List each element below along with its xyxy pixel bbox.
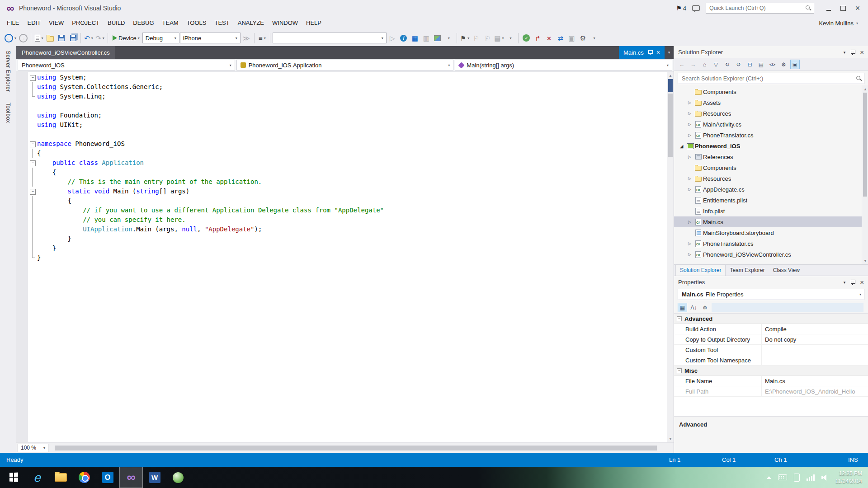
- tree-item-info-plist[interactable]: Info.plist: [674, 206, 862, 216]
- tree-item-phonetranslator-cs[interactable]: PhoneTranslator.cs: [674, 130, 862, 141]
- tree-item-main-cs[interactable]: Main.cs: [674, 216, 862, 227]
- tree-item-phoneword-iosviewcontroller-cs[interactable]: Phoneword_iOSViewController.cs: [674, 249, 862, 260]
- menu-help[interactable]: HELP: [302, 16, 326, 30]
- tree-item-entitlements-plist[interactable]: Entitlements.plist: [674, 195, 862, 206]
- collapse-section-icon[interactable]: [677, 368, 682, 373]
- property-value[interactable]: [762, 355, 868, 365]
- menu-team[interactable]: TEAM: [158, 16, 183, 30]
- tree-scrollbar[interactable]: [862, 85, 868, 264]
- tree-item-components[interactable]: Components: [674, 162, 862, 173]
- notifications-flag-icon[interactable]: 4: [676, 5, 686, 12]
- tray-volume-icon[interactable]: [821, 474, 829, 481]
- fold-toggle-icon[interactable]: [28, 158, 37, 168]
- filter-icon[interactable]: [711, 60, 721, 69]
- project-dropdown[interactable]: Phoneword_iOS: [18, 60, 235, 70]
- tray-network-icon[interactable]: [807, 474, 815, 481]
- quick-launch-input[interactable]: [709, 5, 805, 11]
- window-position-icon[interactable]: [844, 280, 846, 285]
- menu-build[interactable]: BUILD: [104, 16, 129, 30]
- taskbar-app-internet-explorer[interactable]: [25, 467, 49, 488]
- close-icon[interactable]: [860, 279, 864, 286]
- property-value[interactable]: Main.cs: [762, 376, 868, 386]
- close-tab-icon[interactable]: [656, 49, 660, 56]
- menu-edit[interactable]: EDIT: [23, 16, 45, 30]
- tree-item-assets[interactable]: Assets: [674, 97, 862, 108]
- navigate-forward-button[interactable]: [18, 32, 28, 44]
- tree-item-mainactivity-cs[interactable]: MainActivity.cs: [674, 119, 862, 130]
- target-device-combo[interactable]: iPhone: [180, 33, 241, 43]
- property-value[interactable]: Compile: [762, 324, 868, 334]
- save-button[interactable]: [56, 32, 67, 44]
- property-section-advanced[interactable]: Advanced: [674, 314, 868, 324]
- menu-file[interactable]: FILE: [3, 16, 23, 30]
- close-icon[interactable]: [860, 49, 864, 56]
- tree-item-components[interactable]: Components: [674, 86, 862, 97]
- scrollbar-thumb[interactable]: [55, 446, 657, 450]
- side-tab-toolbox[interactable]: Toolbox: [5, 101, 11, 125]
- expander-collapsed-icon[interactable]: [686, 122, 693, 127]
- dropdown-button[interactable]: [443, 32, 454, 44]
- settings-button[interactable]: [577, 32, 588, 44]
- grid-button[interactable]: [410, 32, 420, 44]
- scrollbar-thumb[interactable]: [668, 94, 673, 157]
- expander-collapsed-icon[interactable]: [686, 176, 693, 181]
- horizontal-scrollbar[interactable]: [52, 444, 672, 452]
- back-icon[interactable]: [677, 60, 687, 69]
- categorized-icon[interactable]: [678, 303, 687, 312]
- collapse-all-icon[interactable]: [745, 60, 755, 69]
- expander-collapsed-icon[interactable]: [686, 100, 693, 105]
- property-pages-icon[interactable]: [700, 303, 710, 312]
- taskbar-app-outlook[interactable]: [96, 467, 119, 488]
- expander-expanded-icon[interactable]: [678, 144, 685, 149]
- menu-debug[interactable]: DEBUG: [129, 16, 158, 30]
- show-all-files-icon[interactable]: [756, 60, 766, 69]
- minimize-button[interactable]: [822, 3, 835, 14]
- info-button[interactable]: [398, 32, 409, 44]
- taskbar-app-green-app[interactable]: [166, 467, 190, 488]
- side-tab-server-explorer[interactable]: Server Explorer: [5, 49, 11, 94]
- designer-button[interactable]: [432, 32, 443, 44]
- properties-header[interactable]: Properties: [674, 276, 868, 288]
- expander-collapsed-icon[interactable]: [686, 252, 693, 257]
- expander-collapsed-icon[interactable]: [686, 187, 693, 192]
- taskbar-app-word[interactable]: [143, 467, 166, 488]
- branch-button[interactable]: [532, 32, 543, 44]
- preview-tab-main-cs[interactable]: Main.cs: [619, 46, 665, 59]
- bookmark-folder-button[interactable]: [493, 32, 505, 44]
- fold-toggle-icon[interactable]: [28, 139, 37, 149]
- expander-collapsed-icon[interactable]: [686, 241, 693, 246]
- property-value[interactable]: E:\Phoneword_iOS_Android_Hello: [762, 386, 868, 396]
- save-all-button[interactable]: [67, 32, 78, 44]
- navigate-backward-button[interactable]: [4, 32, 17, 44]
- panel-tab-class-view[interactable]: Class View: [769, 265, 804, 276]
- package-button[interactable]: [566, 32, 577, 44]
- user-menu[interactable]: Kevin Mullins: [819, 20, 865, 27]
- start-debugging-button[interactable]: Device: [110, 32, 142, 44]
- tree-item-mainstoryboard-storyboard[interactable]: MainStoryboard.storyboard: [674, 227, 862, 238]
- toolbar-options-button[interactable]: [589, 32, 599, 44]
- preview-toggle-icon[interactable]: [790, 60, 800, 69]
- collapse-section-icon[interactable]: [677, 316, 682, 321]
- menu-window[interactable]: WINDOW: [268, 16, 302, 30]
- scroll-down-icon[interactable]: [667, 436, 674, 442]
- cancel-button[interactable]: [543, 32, 554, 44]
- scroll-up-icon[interactable]: [667, 72, 674, 79]
- taskbar-app-visual-studio[interactable]: [119, 467, 143, 488]
- scrollbar-thumb[interactable]: [863, 93, 867, 197]
- window-position-icon[interactable]: [844, 50, 846, 55]
- property-value[interactable]: Do not copy: [762, 334, 868, 344]
- tree-item-resources[interactable]: Resources: [674, 173, 862, 184]
- maximize-button[interactable]: [836, 3, 850, 14]
- tree-item-phonetranslator-cs[interactable]: PhoneTranslator.cs: [674, 238, 862, 249]
- fold-toggle-icon[interactable]: [28, 73, 37, 82]
- tree-item-references[interactable]: References: [674, 151, 862, 162]
- redo-button[interactable]: [94, 32, 105, 44]
- code-editor[interactable]: using System;using System.Collections.Ge…: [16, 72, 674, 442]
- alphabetical-icon[interactable]: [689, 303, 698, 312]
- solution-configurations-combo[interactable]: Debug: [142, 33, 179, 43]
- keep-open-pin-icon[interactable]: [648, 50, 652, 55]
- sync-icon[interactable]: [722, 60, 732, 69]
- undo-button[interactable]: [83, 32, 94, 44]
- check-in-button[interactable]: [521, 32, 532, 44]
- run-tests-button[interactable]: [387, 32, 398, 44]
